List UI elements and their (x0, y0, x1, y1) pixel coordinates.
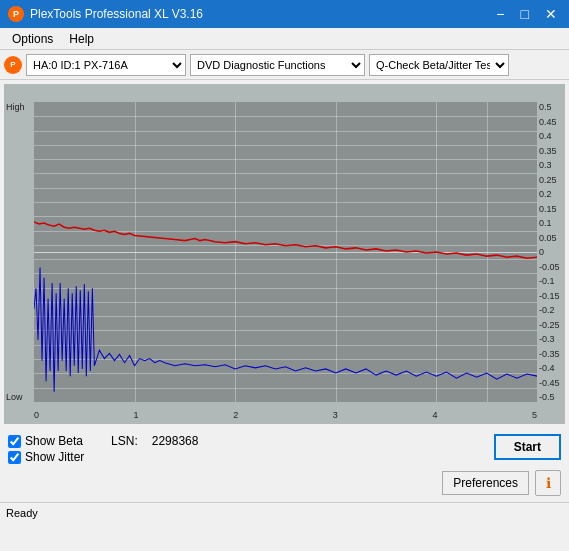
device-icon: P (4, 56, 22, 74)
preferences-row: Preferences ℹ (0, 470, 569, 502)
menu-help[interactable]: Help (61, 30, 102, 48)
chart-canvas (34, 102, 537, 402)
minimize-button[interactable]: − (492, 7, 508, 21)
device-select[interactable]: HA:0 ID:1 PX-716A (26, 54, 186, 76)
lsn-label: LSN: (111, 434, 138, 448)
chart-svg (34, 102, 537, 402)
title-bar: P PlexTools Professional XL V3.16 − □ ✕ (0, 0, 569, 28)
chart-area: High Low 0.5 0.45 0.4 0.35 0.3 0.25 0.2 … (4, 84, 565, 424)
info-button[interactable]: ℹ (535, 470, 561, 496)
y-low-label: Low (6, 392, 23, 402)
jitter-line (34, 268, 537, 392)
y-axis-right: 0.5 0.45 0.4 0.35 0.3 0.25 0.2 0.15 0.1 … (537, 84, 565, 424)
x-axis-labels: 0 1 2 3 4 5 (34, 410, 537, 420)
preferences-button[interactable]: Preferences (442, 471, 529, 495)
y-high-label: High (6, 102, 25, 112)
app-icon: P (8, 6, 24, 22)
checkbox-group: Show Beta LSN: 2298368 Show Jitter (8, 434, 198, 464)
show-jitter-label: Show Jitter (25, 450, 84, 464)
beta-checkbox-row: Show Beta LSN: 2298368 (8, 434, 198, 448)
window-title: PlexTools Professional XL V3.16 (30, 7, 203, 21)
show-jitter-checkbox[interactable] (8, 451, 21, 464)
info-icon: ℹ (546, 475, 551, 491)
test-select[interactable]: Q-Check Beta/Jitter Test (369, 54, 509, 76)
show-beta-checkbox[interactable] (8, 435, 21, 448)
status-bar: Ready (0, 502, 569, 522)
close-button[interactable]: ✕ (541, 7, 561, 21)
action-buttons: Start (494, 434, 561, 460)
menu-options[interactable]: Options (4, 30, 61, 48)
window-controls: − □ ✕ (492, 7, 561, 21)
bottom-panel: Show Beta LSN: 2298368 Show Jitter Start (0, 428, 569, 470)
jitter-checkbox-row: Show Jitter (8, 450, 198, 464)
maximize-button[interactable]: □ (517, 7, 533, 21)
function-select[interactable]: DVD Diagnostic Functions (190, 54, 365, 76)
status-text: Ready (6, 507, 38, 519)
beta-line (34, 222, 537, 258)
lsn-value: 2298368 (152, 434, 199, 448)
menu-bar: Options Help (0, 28, 569, 50)
toolbar: P HA:0 ID:1 PX-716A DVD Diagnostic Funct… (0, 50, 569, 80)
start-button[interactable]: Start (494, 434, 561, 460)
show-beta-label: Show Beta (25, 434, 83, 448)
